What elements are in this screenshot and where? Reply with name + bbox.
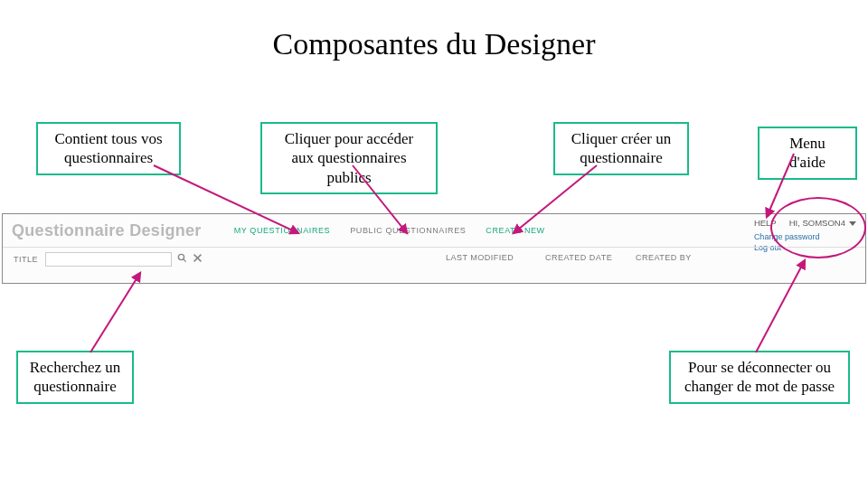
nav-public-questionnaires[interactable]: PUBLIC QUESTIONNAIRES (350, 226, 466, 235)
filter-title-label: TITLE (14, 255, 38, 264)
nav-create-new[interactable]: CREATE NEW (486, 226, 544, 235)
callout-help: Menu d'aide (758, 127, 857, 180)
svg-line-8 (90, 273, 140, 352)
slide-title: Composantes du Designer (0, 27, 868, 61)
search-icon[interactable] (177, 253, 187, 265)
nav-my-questionnaires[interactable]: MY QUESTIONNAIRES (234, 226, 331, 235)
designer-screenshot: Questionnaire Designer MY QUESTIONNAIRES… (2, 213, 866, 284)
filter-bar: TITLE LAST MODIFIED CREATED DATE CREATED… (3, 247, 865, 270)
app-topbar: Questionnaire Designer MY QUESTIONNAIRES… (3, 214, 865, 247)
change-password-link[interactable]: Change password (754, 231, 856, 242)
svg-point-0 (178, 254, 184, 259)
app-title: Questionnaire Designer (12, 221, 202, 240)
callout-search: Recherchez un questionnaire (16, 351, 134, 404)
primary-nav: MY QUESTIONNAIRES PUBLIC QUESTIONNAIRES … (234, 226, 545, 235)
callout-contains: Contient tous vos questionnaires (36, 122, 181, 175)
callout-public: Cliquer pour accéder aux questionnaires … (260, 122, 438, 194)
callout-logout: Pour se déconnecter ou changer de mot de… (669, 351, 850, 404)
col-last-modified[interactable]: LAST MODIFIED (446, 253, 514, 262)
col-created-date[interactable]: CREATED DATE (545, 253, 612, 262)
col-created-by[interactable]: CREATED BY (636, 253, 692, 262)
clear-icon[interactable] (193, 253, 203, 265)
svg-line-1 (184, 259, 186, 262)
user-greeting[interactable]: HI, SOMSON4 (789, 218, 856, 230)
chevron-down-icon (849, 221, 856, 226)
callout-create: Cliquer créer un questionnaire (553, 122, 689, 175)
search-input[interactable] (45, 252, 172, 267)
help-link[interactable]: HELP (754, 218, 777, 230)
